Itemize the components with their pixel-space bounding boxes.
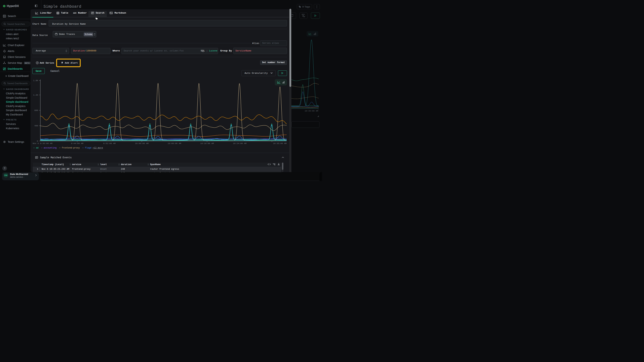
svg-text:10:00:00 AM: 10:00:00 AM	[135, 142, 149, 145]
svg-text:9:44:00 AM: 9:44:00 AM	[71, 142, 83, 145]
svg-text:800: 800	[34, 109, 38, 112]
svg-text:400: 400	[34, 125, 38, 127]
svg-text:10:35:00 AM: 10:35:00 AM	[305, 110, 318, 112]
svg-text:1.6K: 1.6K	[33, 79, 38, 82]
svg-text:0: 0	[37, 140, 38, 142]
svg-text:1.2K: 1.2K	[33, 94, 38, 96]
svg-text:10:16:00 AM: 10:16:00 AM	[200, 142, 214, 145]
svg-text:9:52:00 AM: 9:52:00 AM	[103, 142, 116, 145]
svg-text:10:35:00 AM: 10:35:00 AM	[273, 142, 286, 145]
svg-text:10:08:00 AM: 10:08:00 AM	[168, 142, 181, 145]
svg-text:10:24:00 AM: 10:24:00 AM	[233, 142, 246, 145]
svg-text:Nov 6 9:35:00 AM: Nov 6 9:35:00 AM	[33, 142, 52, 145]
